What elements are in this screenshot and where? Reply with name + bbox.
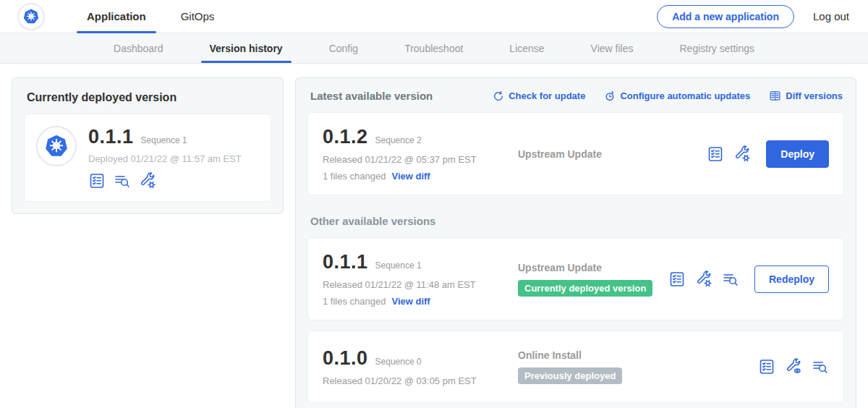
- version-info: 0.1.2 Sequence 2 Released 01/21/22 @ 05:…: [323, 126, 512, 182]
- version-actions: [758, 358, 829, 375]
- latest-version-title: Latest available version: [310, 90, 433, 102]
- deployed-timestamp: Deployed 01/21/22 @ 11:57 am EST: [88, 153, 242, 164]
- deploy-logs-icon[interactable]: [812, 358, 829, 375]
- version-number: 0.1.2: [323, 126, 368, 148]
- deployed-sequence-label: Sequence 1: [141, 135, 187, 145]
- tab-application[interactable]: Application: [78, 0, 155, 33]
- diff-icon: [769, 90, 781, 102]
- deployed-version-tile: 0.1.1 Sequence 1 Deployed 01/21/22 @ 11:…: [24, 114, 271, 202]
- currently-deployed-title: Currently deployed version: [24, 88, 271, 104]
- check-for-update-link[interactable]: Check for update: [493, 90, 585, 102]
- redeploy-button[interactable]: Redeploy: [754, 265, 829, 293]
- deploy-logs-icon[interactable]: [722, 271, 739, 288]
- subnav-dashboard-label: Dashboard: [114, 43, 163, 54]
- app-subnav: Dashboard Version history Config Trouble…: [0, 33, 868, 64]
- deployed-version-number: 0.1.1: [88, 126, 134, 148]
- config-wrench-gear-icon[interactable]: [139, 172, 156, 190]
- version-info: 0.1.1 Sequence 1 Released 01/21/22 @ 11:…: [323, 251, 512, 307]
- released-timestamp: Released 01/21/22 @ 11:48 am EST: [323, 279, 512, 290]
- refresh-icon: [493, 90, 504, 102]
- header-tabs: Application GitOps: [69, 0, 231, 33]
- source-label: Upstream Update: [518, 148, 707, 160]
- main-content: Currently deployed version: [0, 64, 868, 408]
- subnav-troubleshoot-label: Troubleshoot: [404, 43, 463, 54]
- subnav-registry-settings[interactable]: Registry settings: [676, 33, 759, 63]
- tab-gitops[interactable]: GitOps: [172, 0, 224, 33]
- version-actions: Redeploy: [668, 265, 829, 293]
- version-actions: Deploy: [707, 140, 829, 168]
- subnav-license-label: License: [509, 43, 544, 54]
- subnav-license[interactable]: License: [505, 33, 548, 63]
- preflight-checklist-icon[interactable]: [668, 271, 686, 288]
- configure-automatic-updates-label: Configure automatic updates: [620, 90, 750, 101]
- diff-versions-link[interactable]: Diff versions: [769, 90, 843, 102]
- app-logo: [36, 126, 77, 166]
- preflight-checklist-icon[interactable]: [758, 358, 775, 375]
- kubernetes-logo: [17, 3, 45, 30]
- tab-application-label: Application: [87, 10, 146, 22]
- diff-versions-label: Diff versions: [786, 90, 843, 101]
- view-config-wrench-eye-icon[interactable]: [785, 358, 802, 375]
- currently-deployed-badge: Currently deployed version: [518, 280, 652, 297]
- version-number: 0.1.1: [323, 251, 368, 273]
- page: Application GitOps Add a new application…: [0, 0, 868, 408]
- version-source: Online Install Previously deployed: [512, 349, 758, 384]
- source-label: Online Install: [518, 349, 758, 361]
- subnav-view-files-label: View files: [591, 43, 634, 54]
- source-label: Upstream Update: [518, 262, 668, 273]
- released-timestamp: Released 01/20/22 @ 03:05 pm EST: [323, 375, 512, 386]
- subnav-config-label: Config: [329, 43, 358, 54]
- update-actions: Check for update Configure automatic upd…: [493, 90, 843, 102]
- version-card-0-1-0: 0.1.0 Sequence 0 Released 01/20/22 @ 03:…: [307, 331, 844, 403]
- view-diff-link[interactable]: View diff: [391, 296, 430, 307]
- view-diff-link[interactable]: View diff: [391, 171, 430, 182]
- kubernetes-wheel-icon: [43, 132, 70, 160]
- version-source: Upstream Update Currently deployed versi…: [512, 262, 668, 297]
- deploy-button[interactable]: Deploy: [766, 140, 829, 168]
- configure-automatic-updates-link[interactable]: Configure automatic updates: [604, 90, 750, 102]
- deployed-version-info: 0.1.1 Sequence 1 Deployed 01/21/22 @ 11:…: [88, 126, 242, 190]
- subnav-config[interactable]: Config: [325, 33, 362, 63]
- sequence-label: Sequence 2: [375, 135, 422, 145]
- kubernetes-wheel-icon: [22, 7, 41, 26]
- version-card-0-1-1: 0.1.1 Sequence 1 Released 01/21/22 @ 11:…: [307, 237, 844, 320]
- tab-gitops-label: GitOps: [181, 10, 215, 22]
- check-for-update-label: Check for update: [509, 90, 585, 101]
- schedule-icon: [604, 90, 616, 102]
- subnav-dashboard[interactable]: Dashboard: [109, 33, 168, 63]
- app-header: Application GitOps Add a new application…: [0, 0, 868, 33]
- sequence-label: Sequence 1: [375, 260, 422, 271]
- deployed-action-icons: [88, 172, 242, 190]
- subnav-view-files[interactable]: View files: [587, 33, 638, 63]
- currently-deployed-card: Currently deployed version: [12, 77, 284, 214]
- subnav-troubleshoot[interactable]: Troubleshoot: [400, 33, 467, 63]
- preflight-checklist-icon[interactable]: [88, 172, 106, 190]
- subnav-version-history-label: Version history: [210, 43, 283, 54]
- latest-version-header: Latest available version Check for updat…: [307, 88, 844, 102]
- version-info: 0.1.0 Sequence 0 Released 01/20/22 @ 03:…: [323, 347, 512, 386]
- add-application-button[interactable]: Add a new application: [657, 5, 794, 28]
- deploy-logs-icon[interactable]: [114, 172, 131, 190]
- preflight-checklist-icon[interactable]: [707, 145, 724, 163]
- sequence-label: Sequence 0: [375, 357, 422, 367]
- files-changed-label: 1 files changed: [323, 296, 386, 307]
- config-wrench-gear-icon[interactable]: [733, 145, 751, 163]
- version-source: Upstream Update: [512, 148, 707, 160]
- previously-deployed-badge: Previously deployed: [518, 367, 622, 384]
- subnav-version-history[interactable]: Version history: [205, 33, 287, 63]
- other-versions-title: Other available versions: [310, 215, 841, 227]
- version-number: 0.1.0: [323, 347, 368, 370]
- released-timestamp: Released 01/21/22 @ 05:37 pm EST: [323, 154, 512, 165]
- logout-button[interactable]: Log out: [813, 10, 849, 22]
- files-changed-label: 1 files changed: [323, 171, 386, 182]
- version-history-panel: Latest available version Check for updat…: [295, 77, 856, 408]
- subnav-registry-settings-label: Registry settings: [680, 43, 754, 54]
- config-wrench-gear-icon[interactable]: [695, 271, 712, 288]
- version-card-0-1-2: 0.1.2 Sequence 2 Released 01/21/22 @ 05:…: [307, 112, 844, 195]
